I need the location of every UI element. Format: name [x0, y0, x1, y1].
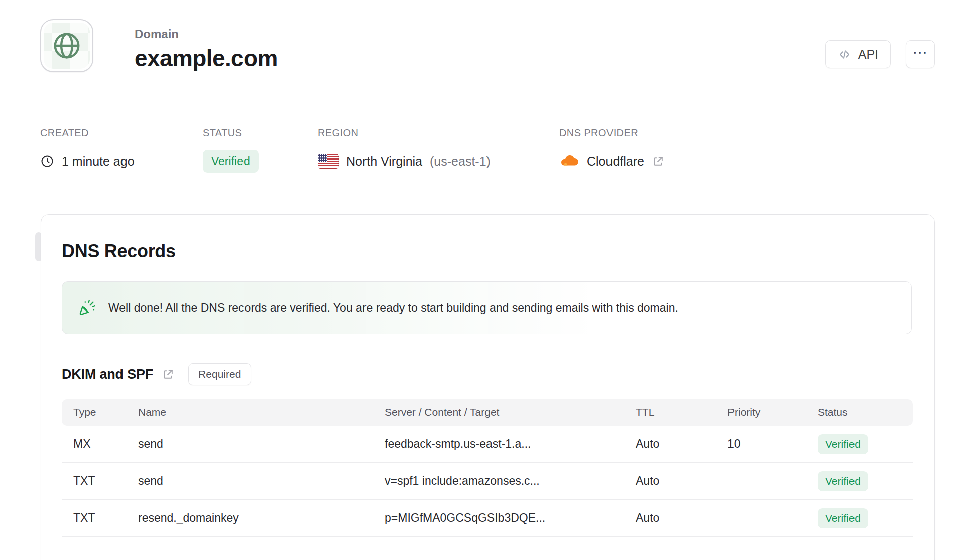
party-popper-icon	[78, 299, 96, 317]
required-badge: Required	[188, 363, 251, 385]
external-link-icon	[652, 155, 664, 168]
record-ttl: Auto	[636, 474, 727, 488]
api-button[interactable]: API	[825, 40, 891, 68]
col-status: Status	[818, 406, 913, 418]
record-content: feedback-smtp.us-east-1.a...	[385, 437, 636, 451]
external-link-icon[interactable]	[162, 368, 174, 381]
record-ttl: Auto	[636, 437, 727, 451]
globe-icon	[51, 30, 82, 61]
record-status-badge: Verified	[818, 471, 868, 491]
us-flag-icon	[318, 154, 339, 169]
dkim-section-title: DKIM and SPF	[62, 367, 153, 382]
table-row: TXT send v=spf1 include:amazonses.c... A…	[62, 463, 913, 500]
col-type: Type	[73, 406, 138, 418]
meta-region: REGION North Virginia (us-east-1)	[318, 127, 491, 173]
meta-status: STATUS Verified	[203, 127, 259, 173]
dns-provider-name: Cloudflare	[587, 154, 644, 169]
code-icon	[838, 48, 851, 61]
table-row: MX send feedback-smtp.us-east-1.a... Aut…	[62, 426, 913, 463]
dns-provider-link[interactable]: Cloudflare	[559, 154, 664, 169]
meta-created: CREATED 1 minute ago	[40, 127, 135, 173]
domain-avatar	[40, 19, 93, 72]
record-content: v=spf1 include:amazonses.c...	[385, 474, 636, 488]
record-priority: 10	[727, 437, 818, 451]
success-banner: Well done! All the DNS records are verif…	[62, 281, 912, 334]
dns-provider-label: DNS PROVIDER	[559, 127, 664, 139]
col-content: Server / Content / Target	[385, 406, 636, 418]
region-name: North Virginia	[346, 154, 422, 169]
record-ttl: Auto	[636, 511, 727, 525]
page-header: Domain example.com	[135, 28, 278, 70]
col-priority: Priority	[727, 406, 818, 418]
region-code: (us-east-1)	[430, 154, 491, 169]
status-label: STATUS	[203, 127, 259, 139]
record-name: send	[138, 437, 385, 451]
success-banner-message: Well done! All the DNS records are verif…	[108, 301, 678, 315]
record-status-badge: Verified	[818, 434, 868, 454]
status-badge: Verified	[203, 150, 259, 173]
record-name: resend._domainkey	[138, 511, 385, 525]
record-type: TXT	[73, 511, 138, 525]
created-value: 1 minute ago	[62, 154, 135, 169]
meta-dns-provider: DNS PROVIDER Cloudflare	[559, 127, 664, 173]
clock-icon	[40, 154, 54, 168]
api-button-label: API	[858, 47, 878, 62]
region-label: REGION	[318, 127, 491, 139]
record-type: TXT	[73, 474, 138, 488]
created-label: CREATED	[40, 127, 135, 139]
table-row: TXT resend._domainkey p=MIGfMA0GCSqGSIb3…	[62, 500, 913, 537]
more-options-button[interactable]: ⋯	[906, 40, 935, 68]
page-title: example.com	[135, 47, 278, 70]
record-status-badge: Verified	[818, 508, 868, 528]
table-header-row: Type Name Server / Content / Target TTL …	[62, 399, 913, 426]
cloudflare-icon	[559, 154, 579, 168]
domain-eyebrow: Domain	[135, 28, 278, 40]
record-type: MX	[73, 437, 138, 451]
dns-records-title: DNS Records	[62, 241, 912, 262]
col-ttl: TTL	[636, 406, 727, 418]
header-actions: API ⋯	[825, 40, 935, 68]
col-name: Name	[138, 406, 385, 418]
record-content: p=MIGfMA0GCSqGSIb3DQE...	[385, 511, 636, 525]
record-name: send	[138, 474, 385, 488]
dns-records-card: DNS Records Well done! All the DNS recor…	[41, 214, 935, 560]
dns-records-table: Type Name Server / Content / Target TTL …	[62, 399, 913, 537]
dkim-section-header: DKIM and SPF Required	[62, 363, 912, 385]
